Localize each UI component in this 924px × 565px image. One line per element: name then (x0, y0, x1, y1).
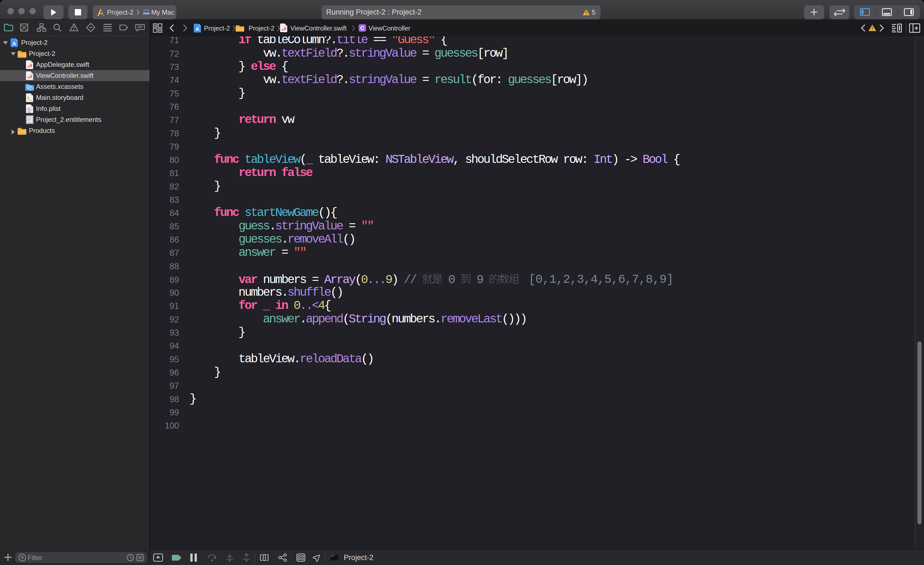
svg-text:A: A (195, 26, 200, 32)
svg-text:A: A (12, 41, 16, 47)
